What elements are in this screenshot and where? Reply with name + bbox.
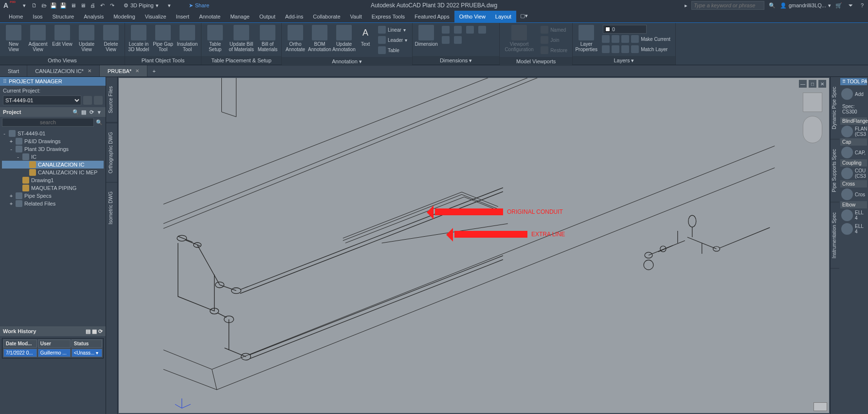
dim-diameter-button[interactable] — [452, 35, 464, 45]
wh-col-date[interactable]: Date Mod... — [3, 339, 37, 348]
viewport-close-icon[interactable]: ✕ — [818, 80, 826, 88]
exchange-icon[interactable]: 🛒 — [835, 1, 843, 9]
viewport-minimize-icon[interactable]: — — [799, 80, 807, 88]
menu-tab-output[interactable]: Output — [254, 11, 280, 22]
pm-tool-1-icon[interactable] — [83, 96, 92, 105]
menu-tab-home[interactable]: Home — [4, 11, 28, 22]
navbar-wheel[interactable] — [803, 116, 822, 143]
text-button[interactable]: AText — [357, 24, 374, 48]
menu-tab-visualize[interactable]: Visualize — [140, 11, 171, 22]
help-icon[interactable]: ? — [858, 1, 866, 9]
bom-button[interactable]: Bill of Materials — [256, 24, 279, 53]
palette-vtab-instrumentation[interactable]: Instrumentation Spec — [831, 203, 839, 269]
palette-item[interactable]: CAP, — [840, 146, 867, 159]
viewcube-face[interactable] — [803, 93, 822, 112]
menu-focus-icon[interactable]: ▢▾ — [516, 11, 532, 22]
dimension-button[interactable]: Dimension — [415, 24, 438, 48]
current-project-select[interactable]: ST-4449-01 — [3, 95, 81, 105]
drawing-tab-canalizacion[interactable]: CANALIZACION IC*✕ — [27, 65, 100, 76]
table-row[interactable]: 7/1/2022 0... Guillermo ... <Unass... ▾ — [3, 349, 102, 357]
menu-tab-layout[interactable]: Layout — [490, 11, 516, 22]
pm-expand-icon[interactable]: ▾ — [96, 109, 103, 115]
bom-annotation-button[interactable]: BOM Annotation — [308, 24, 331, 53]
palette-add-button[interactable]: Add — [840, 87, 867, 101]
dim-aligned-button[interactable] — [452, 25, 464, 35]
dim-radius-button[interactable] — [440, 35, 452, 45]
edit-view-button[interactable]: Edit View — [51, 24, 74, 48]
tree-node[interactable]: MAQUETA PIPING — [2, 184, 104, 192]
wh-tool1-icon[interactable]: ▤ — [86, 328, 90, 334]
app-logo-icon[interactable]: A — [2, 1, 10, 9]
keyword-search-input[interactable] — [691, 1, 764, 10]
panel-title[interactable]: Annotation ▾ — [282, 57, 412, 66]
share-button[interactable]: ➤ Share — [189, 2, 209, 9]
table-setup-button[interactable]: Table Setup — [203, 24, 227, 53]
vtab-orthographic-dwg[interactable]: Orthographic DWG — [106, 123, 117, 182]
pm-refresh-icon[interactable]: ⟳ — [88, 109, 95, 115]
tree-node[interactable]: CANALIZACION IC MEP — [2, 169, 104, 176]
menu-tab-manage[interactable]: Manage — [225, 11, 254, 22]
menu-tab-vault[interactable]: Vault — [345, 11, 367, 22]
layer-properties-button[interactable]: Layer Properties — [575, 24, 598, 53]
layer-on-icon[interactable] — [602, 45, 610, 53]
app-menu-icon[interactable]: ▾ — [20, 1, 28, 9]
grip-icon[interactable]: ⠿ — [842, 79, 846, 84]
save-icon[interactable]: 💾 — [50, 1, 57, 9]
menu-tab-express-tools[interactable]: Express Tools — [367, 11, 410, 22]
match-layer-button[interactable]: Match Layer — [600, 44, 672, 54]
layer-thaw-icon[interactable] — [612, 45, 619, 53]
tree-expand-icon[interactable]: + — [9, 138, 14, 144]
menu-tab-addins[interactable]: Add-ins — [280, 11, 308, 22]
table-button[interactable]: Table — [376, 45, 409, 55]
menu-tab-isos[interactable]: Isos — [28, 11, 47, 22]
palette-vtab-pipe-supports[interactable]: Pipe Supports Spec — [831, 139, 839, 202]
wh-tool2-icon[interactable]: ▦ — [92, 328, 97, 334]
pm-tool-2-icon[interactable] — [94, 96, 103, 105]
tree-expand-icon[interactable]: + — [9, 201, 14, 207]
menu-tab-annotate[interactable]: Annotate — [194, 11, 225, 22]
update-view-button[interactable]: Update View — [75, 24, 98, 53]
wh-col-user[interactable]: User — [38, 339, 71, 348]
layer-unlock-icon[interactable] — [621, 45, 629, 53]
tree-node[interactable]: -ST-4449-01 — [2, 130, 104, 137]
palette-item[interactable]: ELL 4 — [840, 208, 867, 222]
close-icon[interactable]: ✕ — [88, 68, 91, 74]
palette-item[interactable]: ELL 4 — [840, 222, 867, 236]
wh-tool3-icon[interactable]: ⟳ — [98, 328, 103, 334]
undo-icon[interactable]: ↶ — [98, 1, 106, 9]
drawing-canvas[interactable]: — □ ✕ — [118, 77, 830, 414]
drawing-tab-add[interactable]: + — [147, 65, 160, 76]
pm-treeview-icon[interactable]: ▤ — [80, 109, 87, 115]
tree-expand-icon[interactable]: - — [16, 154, 20, 160]
chevron-down-icon[interactable]: ▾ — [96, 350, 98, 356]
grip-icon[interactable]: ⠿ — [3, 78, 7, 85]
project-tree[interactable]: -ST-4449-01+P&ID Drawings-Plant 3D Drawi… — [0, 128, 106, 264]
drawing-tab-prueba[interactable]: PRUEBA*✕ — [100, 65, 148, 76]
pipe-gap-tool-button[interactable]: Pipe Gap Tool — [151, 24, 175, 53]
nav-badge[interactable] — [814, 402, 827, 411]
menu-tab-collaborate[interactable]: Collaborate — [308, 11, 345, 22]
menu-tab-structure[interactable]: Structure — [48, 11, 79, 22]
tree-node[interactable]: -IC — [2, 153, 104, 161]
vtab-isometric-dwg[interactable]: Isometric DWG — [106, 182, 117, 233]
save-web-icon[interactable]: 🖥 — [79, 1, 87, 9]
view-cube[interactable] — [803, 93, 822, 146]
stay-connected-icon[interactable]: ⏷ — [847, 1, 854, 9]
new-icon[interactable]: 🗋 — [30, 1, 38, 9]
tree-node[interactable]: Drawing1 — [2, 176, 104, 184]
dim-arc-button[interactable] — [476, 25, 488, 35]
palette-item[interactable]: Cros — [840, 188, 867, 201]
palette-header[interactable]: ⠿ TOOL PALE — [840, 78, 867, 85]
tree-expand-icon[interactable]: - — [9, 146, 14, 152]
panel-title[interactable]: Layers ▾ — [573, 56, 675, 65]
tree-node[interactable]: +Pipe Specs — [2, 192, 104, 200]
vtab-source-files[interactable]: Source Files — [106, 77, 117, 123]
search-icon[interactable]: 🔍 — [95, 118, 104, 127]
layer-off-icon[interactable] — [612, 35, 619, 43]
workspace-selector[interactable]: ⚙ 3D Piping ▾ — [124, 2, 159, 9]
close-icon[interactable]: ✕ — [135, 68, 139, 74]
tree-node[interactable]: +P&ID Drawings — [2, 137, 104, 145]
redo-icon[interactable]: ↷ — [108, 1, 116, 9]
pm-search-input[interactable] — [2, 118, 94, 127]
linear-button[interactable]: Linear ▾ — [376, 25, 409, 35]
